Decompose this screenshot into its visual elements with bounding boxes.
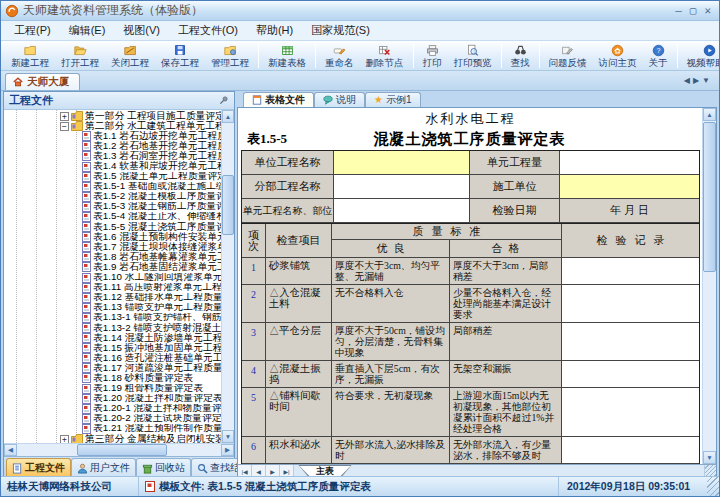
toolbar-button-label: 删除节点 [366, 57, 404, 68]
unit-quantity-input[interactable] [560, 151, 699, 175]
tree-item-label: 表1.13 锚喷支护单元工程质量评 [93, 303, 221, 313]
tree-item[interactable]: 表1.1 岩石边坡开挖单元工程质量 [4, 131, 221, 141]
tree-item[interactable]: 表1.2 岩石地基开挖单元工程质量 [4, 141, 221, 151]
expand-icon[interactable]: + [60, 112, 69, 121]
menu-item-help[interactable]: 帮助(H) [247, 21, 302, 40]
expand-icon[interactable]: + [60, 435, 69, 443]
content-tab-bar: 表格文件 说明 ★ 示例1 [237, 91, 717, 107]
tree-item[interactable]: 表1.20 混凝土拌和质量评定表 [4, 394, 221, 404]
pin-icon[interactable] [218, 95, 229, 106]
scroll-up-button[interactable]: ▲ [222, 110, 234, 123]
minimize-button[interactable]: — [675, 5, 682, 16]
scroll-down-button[interactable]: ▼ [703, 451, 716, 464]
tree-item[interactable]: 表1.8 岩石地基帷幕灌浆单元工程 [4, 252, 221, 262]
tree-horizontal-scrollbar[interactable]: ◀ ▶ [4, 443, 234, 456]
scroll-down-button[interactable]: ▼ [222, 430, 234, 443]
new-project-button[interactable]: 新建工程 [5, 42, 55, 70]
document-vertical-scrollbar[interactable]: ▲ ▼ [702, 108, 716, 464]
tree-item[interactable]: 表1.11 高压喷射灌浆单元工程质 [4, 283, 221, 293]
new-table-button[interactable]: 新建表格 [262, 42, 312, 70]
toolbar-separator [315, 44, 316, 68]
delete-node-button[interactable]: 删除节点 [360, 42, 410, 70]
tab-table-file[interactable]: 表格文件 [243, 92, 314, 107]
sidebar-tab-project-files[interactable]: 工程文件 [6, 458, 71, 477]
tree-item[interactable]: 表1.14 混凝土防渗墙单元工程质 [4, 333, 221, 343]
print-preview-button[interactable]: 打印预览 [448, 42, 498, 70]
tree-item[interactable]: 表1.10 水工隧洞回填灌浆单元工 [4, 273, 221, 283]
tab-scroll-controls[interactable]: ◀▶▼ [684, 76, 713, 85]
print-button[interactable]: 打印 [417, 42, 448, 70]
find-button[interactable]: 查找 [505, 42, 536, 70]
video-help-button[interactable]: 视频帮助▼ [681, 42, 720, 70]
scrollbar-thumb[interactable] [703, 122, 716, 272]
tree-item[interactable]: 表1.20-1 混凝土拌和物质量评定 [4, 404, 221, 414]
division-name-input[interactable] [334, 175, 470, 199]
close-project-button[interactable]: 关闭工程 [105, 42, 155, 70]
toolbar-separator [539, 44, 540, 68]
inspect-date-value[interactable]: 年 月 日 [560, 199, 699, 223]
manage-project-button[interactable]: 管理工程 [205, 42, 255, 70]
cell-rec[interactable] [562, 388, 699, 437]
tree-item[interactable]: 表1.20-2 混凝土试块质量评定表 [4, 414, 221, 424]
tree-item[interactable]: 表1.5-4 混凝土止水、伸缩缝和排 [4, 212, 221, 222]
tab-description[interactable]: 说明 [314, 92, 365, 107]
open-project-button[interactable]: 打开工程 [55, 42, 105, 70]
cell-rec[interactable] [562, 323, 699, 361]
homepage-button[interactable]: 访问主页 [593, 42, 643, 70]
tree-item[interactable]: 表1.5-5 混凝土浇筑工序质量评定 [4, 222, 221, 232]
window-resize-grip[interactable] [707, 477, 719, 496]
tree-item[interactable]: 表1.9 岩石地基固结灌浆单元工程 [4, 262, 221, 272]
cell-rec[interactable] [562, 258, 699, 285]
tree-item[interactable]: 表1.7 混凝土坝坝体接缝灌浆单元 [4, 242, 221, 252]
document-tab-active[interactable]: 天师大厦 [5, 73, 80, 90]
menu-item-national-standards[interactable]: 国家规范(S) [302, 21, 379, 40]
tree-vertical-scrollbar[interactable]: ▲ ▼ [221, 110, 234, 443]
sidebar-tab-recycle-bin[interactable]: 回收站 [136, 458, 191, 477]
tree-item[interactable]: 表1.6 混凝土预制构件安装单元工 [4, 232, 221, 242]
cell-rec[interactable] [562, 361, 699, 388]
tab-example1[interactable]: ★ 示例1 [365, 92, 421, 107]
unit-project-name-input[interactable] [334, 151, 470, 175]
close-button[interactable]: ✕ [704, 5, 711, 16]
tree-item[interactable]: +第一部分 工程项目施工质量评定表 [4, 111, 221, 121]
about-button[interactable]: ? 关于 [643, 42, 674, 70]
constructor-input[interactable] [560, 175, 699, 199]
tree-item[interactable]: +第三部分 金属结构及启闭机安装工 [4, 434, 221, 443]
tree-item[interactable]: 表1.19 粗骨料质量评定表 [4, 384, 221, 394]
scroll-right-button[interactable]: ▶ [221, 444, 234, 456]
tree-item[interactable]: 表1.18 砂料质量评定表 [4, 373, 221, 383]
save-project-button[interactable]: 保存工程 [155, 42, 205, 70]
tree-item[interactable]: 表1.5-1 基础面或混凝土施工缝处 [4, 182, 221, 192]
tree-item[interactable]: 表1.15 振冲地基加固单元工程质 [4, 343, 221, 353]
tree-item[interactable]: 表1.21 混凝土预制件制作质量评 [4, 424, 221, 434]
menu-item-project-files[interactable]: 工程文件(O) [169, 21, 247, 40]
scroll-up-button[interactable]: ▲ [703, 108, 716, 121]
tree-item-label: 表1.5-5 混凝土浇筑工序质量评定 [93, 222, 221, 232]
tree-item[interactable]: 表1.5-2 混凝土模板工序质量评定 [4, 192, 221, 202]
scrollbar-thumb[interactable] [222, 175, 234, 235]
maximize-button[interactable]: ▢ [690, 5, 697, 16]
scrollbar-thumb[interactable] [77, 444, 167, 456]
tree-item[interactable]: 表1.3 岩石洞室开挖单元工程质量 [4, 151, 221, 161]
feedback-button[interactable]: 问题反馈 [543, 42, 593, 70]
tree-item[interactable]: 表1.5-3 混凝土钢筋工序质量评定 [4, 202, 221, 212]
tree-item[interactable]: 表1.13 锚喷支护单元工程质量评 [4, 303, 221, 313]
sidebar-tab-user-files[interactable]: 用户文件 [71, 458, 136, 477]
unit-name-part-input[interactable] [334, 199, 470, 223]
cell-rec[interactable] [562, 285, 699, 323]
tree-item[interactable]: 表1.4 软基和岸坡开挖单元工程质 [4, 161, 221, 171]
tree-item[interactable]: 表1.17 河道疏浚单元工程质量评 [4, 363, 221, 373]
tree-item[interactable]: 表1.16 造孔灌注桩基础单元工程 [4, 353, 221, 363]
rename-button[interactable]: 重命名 [319, 42, 360, 70]
tree-item[interactable]: 表1.12 基础排水单元工程质量评 [4, 293, 221, 303]
tree-item[interactable]: 表1.13-1 锚喷支护锚杆、钢筋网 [4, 313, 221, 323]
tree-item[interactable]: 表1.5 混凝土单元工程质量评定表 [4, 172, 221, 182]
cell-rec[interactable] [562, 437, 699, 464]
tree-item[interactable]: −第二部分 水工建筑工程单元工程施 [4, 121, 221, 131]
menu-item-project[interactable]: 工程(P) [5, 21, 60, 40]
menu-item-view[interactable]: 视图(V) [114, 21, 169, 40]
tree-item[interactable]: 表1.13-2 锚喷支护喷射混凝土质 [4, 323, 221, 333]
scroll-left-button[interactable]: ◀ [4, 444, 17, 456]
collapse-icon[interactable]: − [60, 122, 69, 131]
menu-item-edit[interactable]: 编辑(E) [60, 21, 115, 40]
